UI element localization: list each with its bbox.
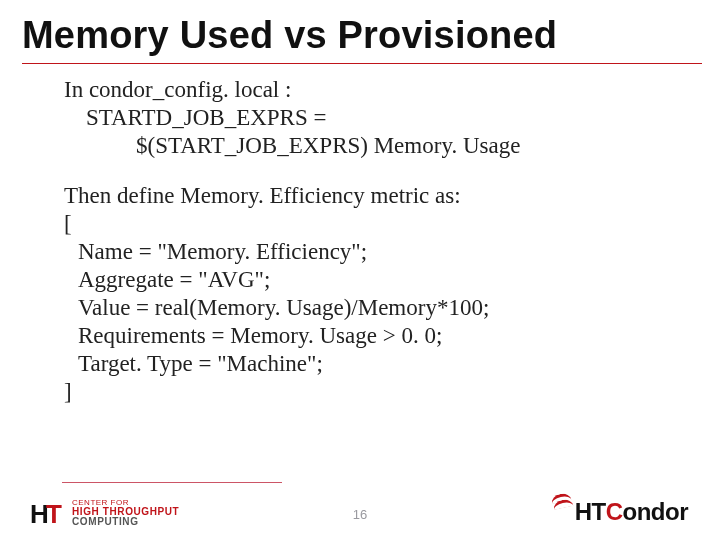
letter-t-icon: T (46, 499, 62, 530)
htc-ondor: ondor (623, 498, 688, 525)
metric-def-value: Value = real(Memory. Usage)/Memory*100; (78, 294, 692, 322)
config-intro: In condor_config. local : (64, 76, 692, 104)
close-bracket: ] (64, 378, 692, 406)
htc-ht: HT (575, 498, 606, 525)
htc-c: C (606, 498, 623, 525)
metric-intro: Then define Memory. Efficiency metric as… (64, 182, 692, 210)
metric-def-targettype: Target. Type = "Machine"; (78, 350, 692, 378)
slide-title: Memory Used vs Provisioned (22, 14, 692, 57)
logo-htcondor: HTCondor (553, 494, 688, 530)
slide-body: In condor_config. local : STARTD_JOB_EXP… (64, 76, 692, 407)
chtc-mark-icon: H T (30, 496, 66, 530)
footer-hairline (62, 482, 282, 483)
htcondor-text: HTCondor (575, 498, 688, 526)
footer: H T CENTER FOR HIGH THROUGHPUT COMPUTING… (0, 484, 720, 538)
open-bracket: [ (64, 210, 692, 238)
metric-def-aggregate: Aggregate = "AVG"; (78, 266, 692, 294)
title-rule (22, 63, 702, 64)
metric-def-requirements: Requirements = Memory. Usage > 0. 0; (78, 322, 692, 350)
swoosh-icon (551, 494, 575, 516)
metric-def-name: Name = "Memory. Efficiency"; (78, 238, 692, 266)
chtc-line3: COMPUTING (72, 517, 179, 527)
config-line-2: $(START_JOB_EXPRS) Memory. Usage (136, 132, 692, 160)
page-number: 16 (353, 507, 367, 522)
slide: Memory Used vs Provisioned In condor_con… (0, 0, 720, 540)
chtc-text: CENTER FOR HIGH THROUGHPUT COMPUTING (72, 499, 179, 528)
config-line-1: STARTD_JOB_EXPRS = (86, 104, 692, 132)
logo-chtc: H T CENTER FOR HIGH THROUGHPUT COMPUTING (30, 496, 179, 530)
spacer (64, 160, 692, 182)
